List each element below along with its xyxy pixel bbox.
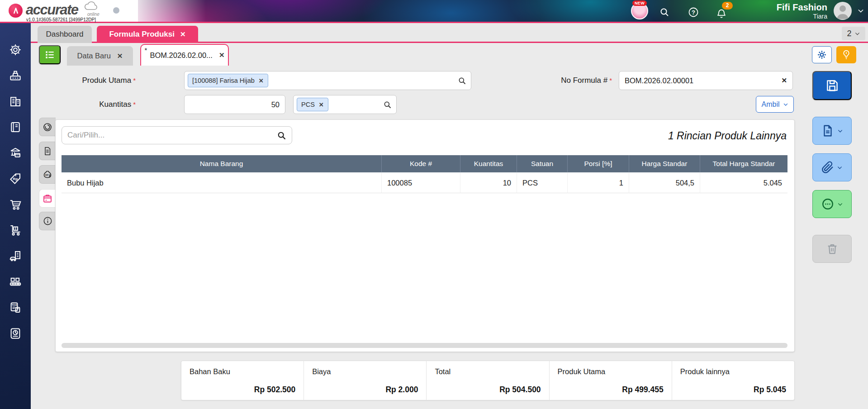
document-menu-button[interactable] [812,117,852,145]
cell-total-harga-standar[interactable]: 5.045 [700,172,787,193]
ambil-label: Ambil [761,100,779,109]
whats-new-avatar[interactable]: NEW [631,2,648,19]
user-menu-chevron-down-icon[interactable] [857,7,864,14]
help-icon[interactable]: ? [686,5,701,20]
close-icon[interactable]: ✕ [117,52,123,60]
ellipsis-circle-icon [821,197,835,211]
chevron-down-icon [837,165,843,171]
remove-chip-icon[interactable]: ✕ [319,101,324,108]
notifications-bell-icon[interactable]: 2 [714,6,729,22]
produk-utama-chip[interactable]: [100088] Farisa Hijab ✕ [188,74,268,87]
minitab-biaya[interactable]: RP [39,165,56,184]
minitab-general[interactable] [39,118,56,136]
subtab-data-baru[interactable]: Data Baru ✕ [67,46,133,66]
table-row[interactable]: Bubu Hijab 100085 10 PCS 1 504,5 5.045 [62,172,787,193]
accurate-logo-icon[interactable] [9,4,23,18]
sidebar-item-settings[interactable] [0,37,31,62]
sidebar-item-ledger[interactable] [0,114,31,140]
sidebar-item-company[interactable] [0,88,31,114]
chevron-down-icon [837,201,843,207]
sidebar-item-manufacture[interactable] [0,269,31,295]
clear-icon[interactable]: ✕ [781,71,787,90]
sidebar-item-tax[interactable]: TAX [0,295,31,320]
minitab-detail-bahan[interactable] [39,142,56,160]
subtab-bom-active[interactable]: * BOM.2026.02.00... ✕ [140,44,229,66]
horizontal-scrollbar[interactable] [62,343,787,348]
main-tabstrip: Dashboard Formula Produksi ✕ 2 [31,23,868,43]
cell-kuantitas[interactable]: 10 [460,172,517,193]
cell-porsi[interactable]: 1 [567,172,629,193]
document-icon [43,146,52,156]
subtab-label: BOM.2026.02.00... [150,51,213,60]
list-icon [44,49,56,61]
bank-card-icon [9,146,22,160]
satuan-field[interactable]: PCS ✕ [293,95,397,114]
record-list-button[interactable] [39,45,61,64]
kuantitas-field[interactable] [184,95,285,114]
sidebar-item-cashier[interactable] [0,62,31,88]
column-header[interactable]: Harga Standar [629,155,700,172]
sidebar-item-purchase[interactable] [0,191,31,217]
no-formula-field[interactable]: ✕ [619,71,793,90]
satuan-chip[interactable]: PCS ✕ [297,98,328,111]
column-header[interactable]: Kuantitas [460,155,517,172]
header-dot [113,7,119,14]
cell-satuan[interactable]: PCS [517,172,567,193]
lightbulb-icon [841,49,852,60]
brand-background-fade [138,0,206,22]
cell-nama-barang[interactable]: Bubu Hijab [62,172,381,193]
gear-icon [816,49,827,60]
save-button[interactable] [812,71,852,100]
summary-value: Rp 499.455 [622,385,663,395]
search-icon[interactable] [458,76,466,85]
user-block[interactable]: Fifi Fashion Tiara [777,2,827,20]
column-header[interactable]: Nama Barang [62,155,381,172]
column-header[interactable]: Porsi [%] [567,155,629,172]
window-count: 2 [847,29,851,38]
search-icon[interactable] [277,131,286,140]
summary-value: Rp 5.045 [754,385,786,395]
cell-kode[interactable]: 100085 [381,172,460,193]
kuantitas-input[interactable] [185,95,285,114]
column-header[interactable]: Total Harga Standar [700,155,787,172]
sidebar-item-sales-invoice[interactable]: Rp [0,166,31,191]
minitab-info[interactable] [39,212,56,230]
summary-label: Bahan Baku [190,367,230,376]
produk-utama-field[interactable]: [100088] Farisa Hijab ✕ [184,71,471,90]
item-search-box[interactable] [62,126,292,144]
ambil-dropdown-button[interactable]: Ambil [756,96,794,113]
delete-button-disabled[interactable] [812,235,852,263]
no-formula-input[interactable] [619,71,781,90]
attachment-menu-button[interactable] [812,153,852,181]
more-actions-button[interactable] [812,190,852,218]
close-icon[interactable]: ✕ [219,51,225,59]
cell-harga-standar[interactable]: 504,5 [629,172,700,193]
app-version: v1.0.1#3605-587261 [3499P12DP] [26,17,96,22]
module-sidebar: Rp TAX [0,23,31,409]
search-icon[interactable] [383,100,392,109]
settings-button[interactable] [812,46,832,63]
close-icon[interactable]: ✕ [180,30,186,38]
cloud-icon [83,1,99,12]
tab-formula-produksi[interactable]: Formula Produksi ✕ [97,26,198,43]
user-avatar[interactable] [834,2,852,20]
tips-button[interactable] [836,46,856,63]
table-header-row: Nama Barang Kode # Kuantitas Satuan Pors… [62,155,787,172]
sidebar-item-fixed-asset[interactable] [0,243,31,269]
section-title: 1 Rincian Produk Lainnya [668,130,787,142]
item-search-input[interactable] [62,127,277,144]
search-icon[interactable] [657,5,672,20]
sidebar-item-inventory[interactable] [0,217,31,243]
column-header[interactable]: Satuan [517,155,567,172]
sidebar-item-reports[interactable] [0,320,31,346]
sidebar-item-bank[interactable] [0,140,31,166]
window-count-dropdown[interactable]: 2 [842,27,865,40]
tab-dashboard[interactable]: Dashboard [38,26,92,43]
tab-label: Formula Produksi [109,30,175,39]
price-tag-rp-icon: Rp [9,172,22,185]
subtab-label: Data Baru [77,52,111,60]
minitab-produk-lainnya-active[interactable] [39,189,56,208]
chevron-down-icon [783,102,788,107]
remove-chip-icon[interactable]: ✕ [259,77,264,84]
column-header[interactable]: Kode # [381,155,460,172]
